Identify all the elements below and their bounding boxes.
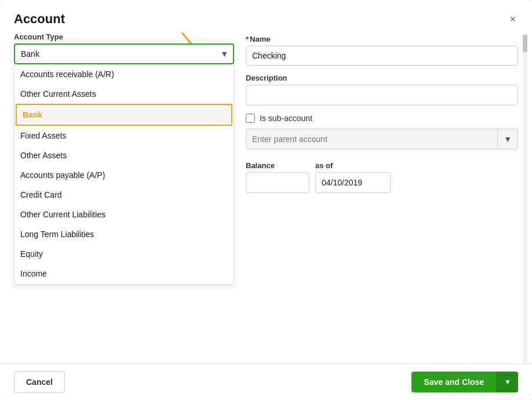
parent-account-dropdown-btn[interactable]: ▼ <box>498 129 518 150</box>
right-panel: *Name Description Is sub-account ▼ <box>246 32 518 363</box>
dropdown-item-equity[interactable]: Equity <box>14 244 234 264</box>
right-panel-scrollbar <box>523 32 527 363</box>
parent-account-row: ▼ <box>246 129 518 150</box>
save-close-group: Save and Close ▼ <box>411 372 518 392</box>
name-input[interactable] <box>246 46 518 66</box>
dropdown-item-ar[interactable]: Accounts receivable (A/R) <box>14 64 234 84</box>
balance-row: Balance as of <box>246 161 518 193</box>
save-close-dropdown-button[interactable]: ▼ <box>497 372 518 392</box>
dropdown-item-fixed-assets[interactable]: Fixed Assets <box>14 126 234 146</box>
asof-label: as of <box>315 161 391 170</box>
dropdown-item-long-term-liab[interactable]: Long Term Liabilities <box>14 224 234 244</box>
dropdown-item-other-income[interactable]: Other Income <box>14 283 234 285</box>
sub-account-row: Is sub-account <box>246 114 518 123</box>
save-close-button[interactable]: Save and Close <box>411 372 497 392</box>
description-input[interactable] <box>246 85 518 106</box>
asof-input[interactable] <box>315 172 391 193</box>
left-panel: Account Type Bank <box>14 32 234 363</box>
sub-account-checkbox[interactable] <box>246 114 255 123</box>
asof-col: as of <box>315 161 391 193</box>
account-type-select[interactable]: Bank Accounts receivable (A/R) Other Cur… <box>14 43 234 64</box>
balance-label: Balance <box>246 161 309 170</box>
dropdown-item-bank[interactable]: Bank <box>16 104 232 126</box>
dropdown-item-other-assets[interactable]: Other Assets <box>14 146 234 165</box>
dropdown-item-ap[interactable]: Accounts payable (A/P) <box>14 165 234 185</box>
right-panel-scrollbar-thumb <box>523 35 527 52</box>
sub-account-label: Is sub-account <box>260 114 312 123</box>
dropdown-item-credit-card[interactable]: Credit Card <box>14 185 234 205</box>
modal-header: Account × <box>0 0 532 32</box>
modal-footer: Cancel Save and Close ▼ <box>0 363 532 400</box>
balance-col: Balance <box>246 161 309 193</box>
balance-input[interactable] <box>246 172 309 193</box>
modal-body: Account Type Bank <box>0 32 532 363</box>
modal-title: Account <box>14 12 65 27</box>
close-button[interactable]: × <box>507 12 518 27</box>
dropdown-item-other-current-assets[interactable]: Other Current Assets <box>14 84 234 104</box>
dropdown-item-income[interactable]: Income <box>14 264 234 283</box>
parent-account-input[interactable] <box>246 129 498 150</box>
account-type-label: Account Type <box>14 32 234 41</box>
account-type-dropdown[interactable]: Accounts receivable (A/R) Other Current … <box>14 64 234 285</box>
account-type-select-container: Bank Accounts receivable (A/R) Other Cur… <box>14 43 234 64</box>
required-indicator: * <box>246 35 249 43</box>
account-modal: Account × Account Type <box>0 0 532 400</box>
description-label: Description <box>246 74 518 82</box>
name-field: *Name <box>246 35 518 74</box>
name-label: *Name <box>246 35 518 43</box>
cancel-button[interactable]: Cancel <box>14 371 65 393</box>
description-field: Description <box>246 74 518 114</box>
dropdown-item-other-current-liab[interactable]: Other Current Liabilities <box>14 205 234 224</box>
